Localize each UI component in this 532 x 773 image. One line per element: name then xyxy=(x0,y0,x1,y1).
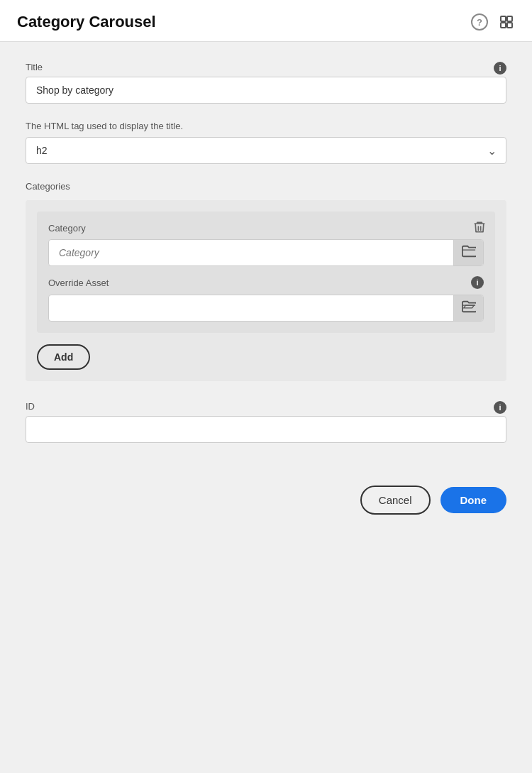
id-label: ID xyxy=(26,401,506,412)
override-label: Override Asset xyxy=(48,278,109,288)
categories-container: Category xyxy=(26,200,506,381)
title-label: Title xyxy=(26,62,506,72)
override-input-wrapper xyxy=(48,295,484,322)
svg-rect-3 xyxy=(507,23,512,28)
expand-icon[interactable] xyxy=(498,13,515,31)
page-title: Category Carousel xyxy=(17,13,156,31)
categories-label: Categories xyxy=(26,181,506,192)
title-input[interactable] xyxy=(26,77,506,104)
title-info-icon[interactable]: i xyxy=(494,62,506,75)
categories-field-group: Categories Category xyxy=(26,181,506,381)
cancel-button[interactable]: Cancel xyxy=(360,486,431,515)
id-input[interactable] xyxy=(26,416,506,443)
category-field-label: Category xyxy=(48,223,484,234)
svg-rect-1 xyxy=(507,16,512,21)
folder-open-icon xyxy=(462,300,476,316)
main-content: i Title The HTML tag used to display the… xyxy=(0,42,532,463)
title-field-group: i Title xyxy=(26,62,506,104)
override-header: Override Asset i xyxy=(48,276,484,289)
header-actions: ? xyxy=(471,13,515,31)
category-input[interactable] xyxy=(49,240,453,265)
page-container: Category Carousel ? i T xyxy=(0,0,532,773)
svg-rect-2 xyxy=(501,23,506,28)
id-section: i ID xyxy=(26,401,506,443)
category-browse-button[interactable] xyxy=(453,240,483,265)
html-tag-select-wrapper: h1 h2 h3 h4 h5 h6 ⌄ xyxy=(26,137,506,164)
category-input-wrapper xyxy=(48,239,484,266)
title-info-wrapper: i xyxy=(494,62,506,75)
done-button[interactable]: Done xyxy=(440,487,507,513)
id-info-icon[interactable]: i xyxy=(494,401,506,414)
category-card: Category xyxy=(37,212,495,333)
html-tag-select[interactable]: h1 h2 h3 h4 h5 h6 xyxy=(26,137,506,164)
header: Category Carousel ? xyxy=(0,0,532,42)
html-tag-helper: The HTML tag used to display the title. xyxy=(26,121,506,131)
add-category-button[interactable]: Add xyxy=(37,344,90,370)
delete-category-button[interactable] xyxy=(472,220,487,238)
footer: Cancel Done xyxy=(0,463,532,532)
svg-rect-0 xyxy=(501,16,506,21)
id-info-wrapper: i xyxy=(494,401,506,414)
folder-icon xyxy=(462,245,476,261)
html-tag-field-group: The HTML tag used to display the title. … xyxy=(26,121,506,164)
override-info-icon[interactable]: i xyxy=(471,276,484,289)
help-icon[interactable]: ? xyxy=(471,13,488,31)
override-input[interactable] xyxy=(49,295,453,321)
override-browse-button[interactable] xyxy=(453,295,483,321)
